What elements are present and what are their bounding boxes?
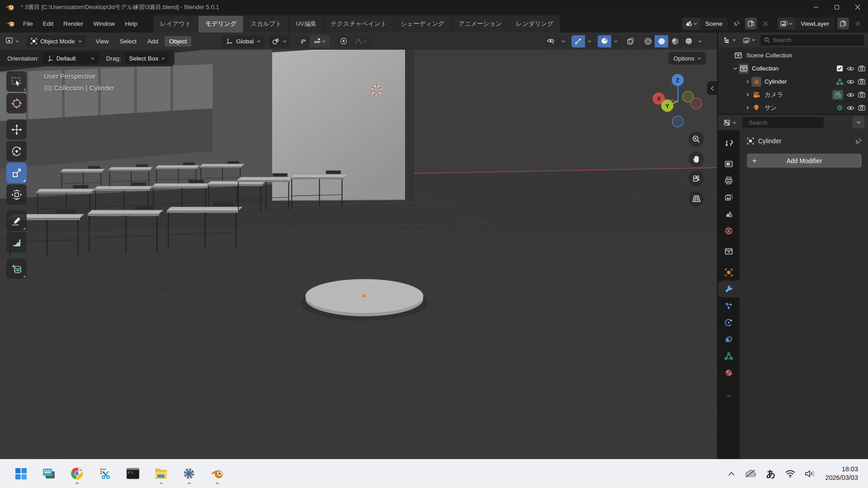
outliner-row-scene-collection[interactable]: Scene Collection xyxy=(718,49,868,62)
tool-transform[interactable] xyxy=(6,184,27,205)
properties-editor-dropdown[interactable] xyxy=(722,118,739,127)
ime-indicator[interactable]: あ xyxy=(766,468,775,480)
properties-options-dropdown[interactable] xyxy=(853,117,864,128)
tab-material[interactable] xyxy=(718,364,740,381)
tab-output[interactable] xyxy=(718,172,740,189)
volume-icon[interactable] xyxy=(805,470,815,478)
tab-constraints[interactable] xyxy=(718,331,740,347)
outliner-search-input[interactable] xyxy=(773,37,861,43)
workspace-tab-texture-paint[interactable]: テクスチャペイント xyxy=(324,16,394,33)
tab-collection[interactable] xyxy=(718,243,740,260)
disable-render-camera-icon[interactable] xyxy=(858,79,865,84)
gizmos-toggle[interactable] xyxy=(571,35,585,47)
menu-object[interactable]: Object xyxy=(165,36,191,47)
tab-object-data[interactable] xyxy=(718,347,740,364)
tab-particles[interactable] xyxy=(718,297,740,314)
mode-dropdown[interactable]: Object Mode xyxy=(27,35,86,47)
zoom-view-button[interactable] xyxy=(689,131,704,147)
new-view-layer-button[interactable] xyxy=(837,18,849,29)
proportional-falloff-dropdown[interactable] xyxy=(350,35,371,47)
workspace-tab-uv-editing[interactable]: UV編集 xyxy=(289,16,324,33)
hide-eye-icon[interactable] xyxy=(847,92,854,98)
tab-physics[interactable] xyxy=(718,314,740,331)
taskbar-clock[interactable]: 18:03 2026/03/03 xyxy=(825,465,858,482)
tool-annotate[interactable] xyxy=(6,211,27,231)
menu-add[interactable]: Add xyxy=(143,36,163,47)
toggle-perspective-button[interactable] xyxy=(689,191,704,206)
cylinder-object[interactable] xyxy=(301,279,428,321)
hide-eye-icon[interactable] xyxy=(847,66,854,71)
workspace-tab-shading[interactable]: シェーディング xyxy=(394,16,452,33)
navigation-gizmo[interactable]: Z X Y xyxy=(651,72,707,128)
show-object-types-dropdown[interactable] xyxy=(543,35,559,47)
snap-toggle[interactable] xyxy=(296,35,310,47)
viewport-scene[interactable] xyxy=(0,33,717,459)
transform-orientation-dropdown[interactable]: Global xyxy=(222,35,264,47)
tool-select-box[interactable] xyxy=(6,71,27,92)
touch-keyboard-icon[interactable] xyxy=(41,464,57,483)
tab-world[interactable] xyxy=(718,222,740,239)
proportional-editing-toggle[interactable] xyxy=(337,35,350,47)
tool-cursor[interactable] xyxy=(6,93,27,113)
workspace-tab-sculpting[interactable]: スカルプト xyxy=(244,16,289,33)
tool-rotate[interactable] xyxy=(6,141,27,161)
tool-add-cylinder[interactable] xyxy=(6,258,27,279)
workspace-tab-layout[interactable]: レイアウト xyxy=(153,16,198,33)
sidebar-collapse-arrow[interactable] xyxy=(707,81,717,95)
wifi-icon[interactable] xyxy=(785,470,795,478)
tool-scale[interactable] xyxy=(6,163,27,183)
camera-view-button[interactable] xyxy=(689,171,704,186)
new-scene-button[interactable] xyxy=(745,18,757,29)
chevron-down-icon[interactable] xyxy=(585,35,594,47)
tool-move[interactable] xyxy=(6,119,27,140)
orientation-setting-dropdown[interactable]: Default xyxy=(43,52,99,64)
shading-wireframe-button[interactable] xyxy=(641,35,655,47)
shading-rendered-button[interactable] xyxy=(682,35,695,47)
terminal-icon[interactable]: C:\_ xyxy=(125,464,141,483)
checkbox-checked-icon[interactable] xyxy=(836,65,843,72)
snipping-tool-icon[interactable] xyxy=(97,464,113,483)
disable-render-camera-icon[interactable] xyxy=(858,66,865,71)
menu-render[interactable]: Render xyxy=(58,19,88,29)
menu-help[interactable]: Help xyxy=(120,19,142,29)
menu-edit[interactable]: Edit xyxy=(38,19,58,29)
blender-app-menu[interactable] xyxy=(3,17,18,30)
tab-modifiers[interactable] xyxy=(718,281,740,297)
outliner-row-sun[interactable]: サン xyxy=(718,101,868,114)
shading-dropdown[interactable] xyxy=(695,35,704,47)
pin-scene-icon[interactable] xyxy=(731,18,742,29)
settings-icon[interactable] xyxy=(181,464,197,483)
xray-toggle[interactable] xyxy=(624,35,637,47)
workspace-tab-modeling[interactable]: モデリング xyxy=(198,16,244,33)
tool-measure[interactable] xyxy=(6,232,27,253)
add-modifier-button[interactable]: + Add Modifier xyxy=(747,154,862,168)
blender-taskbar-icon[interactable] xyxy=(209,464,225,483)
scene-selector[interactable]: Scene xyxy=(682,18,728,30)
view-layer-selector[interactable]: ViewLayer xyxy=(778,18,835,30)
viewport-3d[interactable]: Object Mode View Select Add Object Globa… xyxy=(0,33,717,459)
properties-search[interactable] xyxy=(742,117,824,128)
tab-view-layer[interactable] xyxy=(718,189,740,206)
onedrive-offline-icon[interactable] xyxy=(745,469,756,478)
tab-tool[interactable] xyxy=(718,135,740,151)
delete-scene-button[interactable] xyxy=(760,18,771,29)
menu-file[interactable]: File xyxy=(18,19,38,29)
hide-eye-icon[interactable] xyxy=(847,79,854,84)
tab-render[interactable] xyxy=(718,155,740,172)
collapse-chevron-icon[interactable] xyxy=(744,93,751,97)
snap-target-dropdown[interactable] xyxy=(310,35,330,47)
disable-render-camera-icon[interactable] xyxy=(858,105,865,111)
expand-chevron-icon[interactable] xyxy=(731,67,739,70)
tab-scene[interactable] xyxy=(718,206,740,222)
outliner-filter-dropdown[interactable] xyxy=(741,36,758,45)
collapse-chevron-icon[interactable] xyxy=(744,80,751,84)
close-button[interactable] xyxy=(847,0,868,14)
chevron-down-icon[interactable] xyxy=(611,35,620,47)
drag-setting-dropdown[interactable]: Select Box xyxy=(125,52,170,64)
maximize-button[interactable] xyxy=(826,0,847,14)
workspace-tab-rendering[interactable]: レンダリング xyxy=(509,16,561,33)
menu-view[interactable]: View xyxy=(91,36,113,47)
hide-eye-icon[interactable] xyxy=(847,105,854,111)
menu-window[interactable]: Window xyxy=(88,19,120,29)
pan-view-button[interactable] xyxy=(689,151,704,167)
